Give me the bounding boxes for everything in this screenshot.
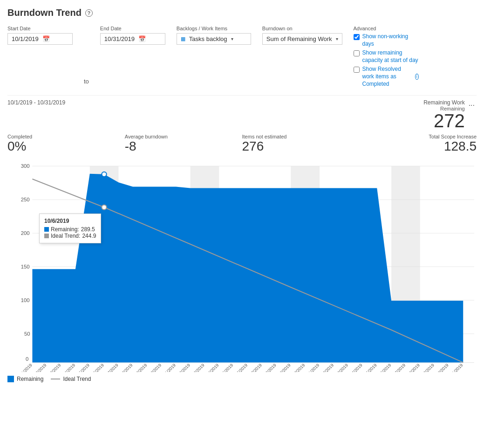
show-remaining-capacity-checkbox[interactable] <box>354 50 360 56</box>
chevron-down-icon: ▾ <box>231 36 233 41</box>
legend-ideal-trend-label: Ideal Trend <box>63 376 91 382</box>
avg-burndown-label: Average burndown <box>125 134 242 139</box>
completed-stat: Completed 0% <box>7 134 125 154</box>
remaining-work-value: 272 <box>434 111 465 130</box>
legend-remaining-label: Remaining <box>17 376 43 382</box>
end-date-label: End Date <box>100 26 165 31</box>
show-remaining-capacity-option[interactable]: Show remaining capacity at start of day <box>354 49 419 64</box>
burndown-on-dropdown[interactable]: Sum of Remaining Work ▾ <box>262 33 342 45</box>
items-not-est-value: 276 <box>242 139 360 154</box>
chart-header: 10/1/2019 - 10/31/2019 Remaining Work Re… <box>7 99 477 130</box>
x-axis: 10/1/2019 10/2/2019 10/3/2019 10/4/2019 … <box>16 363 464 372</box>
show-resolved-checkbox[interactable] <box>354 67 360 73</box>
trend-point-1 <box>102 205 106 210</box>
show-nonworking-days-label: Show non-working days <box>362 33 419 48</box>
remaining-work-box: Remaining Work Remaining 272 <box>423 99 464 130</box>
date-range-label: 10/1/2019 - 10/31/2019 <box>7 99 65 106</box>
svg-text:150: 150 <box>21 264 30 269</box>
svg-text:250: 250 <box>21 197 30 202</box>
info-icon: i <box>415 74 418 80</box>
remaining-work-label: Remaining Work <box>423 99 464 106</box>
svg-text:0: 0 <box>26 356 28 361</box>
svg-text:10/2/2019: 10/2/2019 <box>31 363 48 372</box>
burndown-on-label: Burndown on <box>262 26 342 31</box>
burndown-chart-svg: 300 250 200 150 100 50 0 <box>7 158 477 372</box>
advanced-label: Advanced <box>354 26 419 31</box>
svg-text:300: 300 <box>21 163 30 169</box>
legend-remaining: Remaining <box>7 376 43 382</box>
show-resolved-option[interactable]: Show Resolved work items as Completed i <box>354 66 419 88</box>
remaining-point-1 <box>102 172 106 177</box>
start-date-value: 10/1/2019 <box>12 35 39 42</box>
svg-text:10/8/2019: 10/8/2019 <box>117 363 134 372</box>
end-date-group: End Date 10/31/2019 📅 <box>100 26 165 45</box>
start-date-label: Start Date <box>7 26 73 31</box>
legend-remaining-swatch <box>7 376 14 382</box>
show-resolved-label: Show Resolved work items as Completed <box>362 66 414 88</box>
svg-text:10/5/2019: 10/5/2019 <box>74 363 90 372</box>
avg-burndown-stat: Average burndown -8 <box>125 134 242 154</box>
legend-ideal-trend: Ideal Trend <box>51 376 91 382</box>
more-options-button[interactable]: ... <box>467 99 477 108</box>
calendar-icon: 📅 <box>42 35 50 42</box>
svg-text:10/3/2019: 10/3/2019 <box>45 363 61 372</box>
advanced-section: Advanced Show non-working days Show rema… <box>354 26 419 88</box>
calendar-icon-end: 📅 <box>138 35 146 42</box>
total-scope-value: 128.5 <box>359 139 477 154</box>
divider <box>7 95 477 96</box>
svg-text:10/1/2019: 10/1/2019 <box>16 363 33 372</box>
stats-row: Completed 0% Average burndown -8 Items n… <box>7 134 477 154</box>
page-title: Burndown Trend ? <box>7 7 477 18</box>
svg-text:10/6/2019: 10/6/2019 <box>88 363 105 372</box>
title-text: Burndown Trend <box>7 7 82 18</box>
backlogs-dropdown[interactable]: ▦ Tasks backlog ▾ <box>177 33 251 45</box>
start-date-input[interactable]: 10/1/2019 📅 <box>7 33 73 45</box>
end-date-value: 10/31/2019 <box>104 35 135 42</box>
svg-text:10/7/2019: 10/7/2019 <box>102 363 119 372</box>
backlogs-group: Backlogs / Work Items ▦ Tasks backlog ▾ <box>177 26 251 45</box>
backlogs-label: Backlogs / Work Items <box>177 26 251 31</box>
burndown-on-group: Burndown on Sum of Remaining Work ▾ <box>262 26 342 45</box>
end-date-input[interactable]: 10/31/2019 📅 <box>100 33 165 45</box>
avg-burndown-value: -8 <box>125 139 242 154</box>
filters-row: Start Date 10/1/2019 📅 to End Date 10/31… <box>7 26 477 88</box>
backlogs-value: Tasks backlog <box>189 35 227 42</box>
show-remaining-capacity-label: Show remaining capacity at start of day <box>362 49 419 64</box>
svg-text:10/4/2019: 10/4/2019 <box>59 363 76 372</box>
completed-value: 0% <box>7 139 125 154</box>
total-scope-stat: Total Scope Increase 128.5 <box>359 134 477 154</box>
chart-legend: Remaining Ideal Trend <box>7 376 477 382</box>
svg-text:50: 50 <box>24 331 30 337</box>
to-label: to <box>84 78 89 88</box>
legend-ideal-trend-swatch <box>51 379 60 379</box>
chart-container: 300 250 200 150 100 50 0 <box>7 158 477 372</box>
chevron-down-icon-burndown: ▾ <box>336 36 338 41</box>
start-date-group: Start Date 10/1/2019 📅 <box>7 26 73 45</box>
burndown-on-value: Sum of Remaining Work <box>266 35 332 42</box>
svg-text:10/9/2019: 10/9/2019 <box>131 363 148 372</box>
svg-text:200: 200 <box>21 230 30 236</box>
show-nonworking-days-checkbox[interactable] <box>354 34 360 40</box>
svg-text:100: 100 <box>21 297 30 303</box>
items-not-estimated-stat: Items not estimated 276 <box>242 134 360 154</box>
help-icon[interactable]: ? <box>85 9 93 17</box>
show-nonworking-days-option[interactable]: Show non-working days <box>354 33 419 48</box>
